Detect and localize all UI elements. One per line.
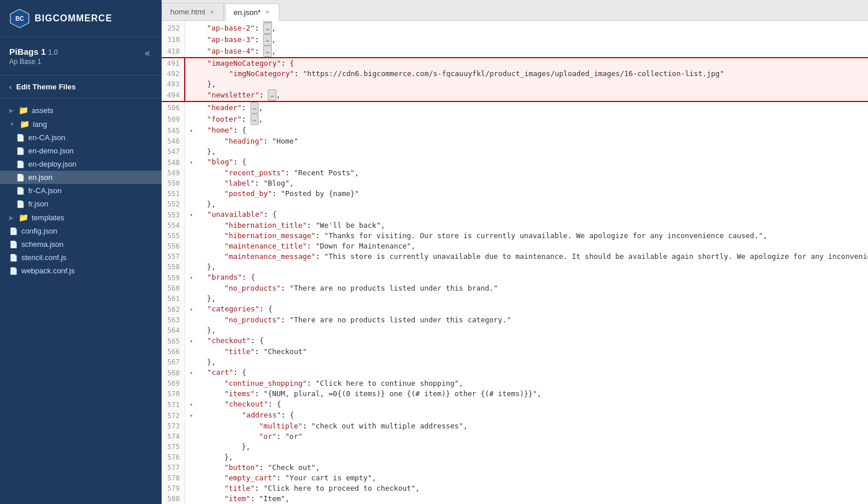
line-content: "items": "{NUM, plural, =0{(0 items)} on… (185, 389, 868, 399)
line-number: 567 (162, 357, 185, 367)
line-row: 554 "hibernation_title": "We'll be back"… (162, 220, 868, 231)
file-tree: ▶ 📁 assets ▼ 📁 lang 📄 en-CA.json 📄 en-de… (0, 99, 162, 504)
line-row: 493 }, (162, 79, 868, 89)
tree-label-schema: schema.json (21, 240, 63, 249)
tree-item-en-ca-json[interactable]: 📄 en-CA.json (0, 131, 162, 144)
tree-item-webpack-conf[interactable]: 📄 webpack.conf.js (0, 264, 162, 277)
line-number: 551 (162, 189, 185, 199)
line-number: 559 (162, 272, 185, 283)
line-row: 506 "header": …, (162, 101, 868, 114)
file-icon-config: 📄 (9, 227, 18, 235)
line-number: 568 (162, 367, 185, 378)
line-number: 574 (162, 431, 185, 442)
project-info: PiBags 1 1.0 Ap Base 1 « (0, 37, 162, 76)
folder-icon-lang: 📁 (20, 119, 29, 129)
line-row: 570 "items": "{NUM, plural, =0{(0 items)… (162, 389, 868, 399)
line-row: 558 }, (162, 262, 868, 272)
line-row: 561 }, (162, 294, 868, 304)
line-row: 494 "newsletter": …, (162, 89, 868, 101)
tree-label-lang: lang (33, 120, 47, 129)
line-row: 310 "ap-base-3": …, (162, 34, 868, 46)
line-content: "ap-base-3": …, (185, 34, 868, 46)
line-number: 571 (162, 399, 185, 410)
bigcommerce-logo-icon: BC (9, 8, 30, 29)
line-content: "maintenance_message": "This store is cu… (185, 251, 868, 262)
tab-en-json-close[interactable]: × (264, 8, 271, 16)
line-content: "imageNoCategory": { (185, 58, 868, 69)
line-content: ▾ "cart": { (185, 367, 868, 378)
tab-home-html-close[interactable]: × (209, 8, 215, 16)
line-number: 564 (162, 325, 185, 336)
project-version: 1.0 (48, 48, 58, 57)
line-number: 563 (162, 315, 185, 325)
line-number: 509 (162, 114, 185, 125)
tree-item-templates[interactable]: ▶ 📁 templates (0, 210, 162, 224)
line-number: 562 (162, 304, 185, 315)
toggle-lang[interactable]: ▼ (9, 121, 15, 127)
line-row: 410 "ap-base-4": …, (162, 46, 868, 58)
tab-home-html[interactable]: home.html × (162, 3, 224, 20)
folder-icon-templates: 📁 (18, 213, 28, 222)
line-content: ▾ "address": { (185, 410, 868, 421)
line-row: 491 "imageNoCategory": { (162, 58, 868, 69)
line-content: }, (185, 146, 868, 157)
tree-label-templates: templates (32, 213, 64, 222)
tree-item-lang[interactable]: ▼ 📁 lang (0, 117, 162, 131)
line-content: ▾ "categories": { (185, 304, 868, 315)
tree-item-en-demo-json[interactable]: 📄 en-demo.json (0, 144, 162, 157)
line-number: 493 (162, 79, 185, 89)
line-content: "footer": …, (185, 114, 868, 125)
line-row: 556 "maintenance_title": "Down for Maint… (162, 241, 868, 251)
tree-item-assets[interactable]: ▶ 📁 assets (0, 103, 162, 117)
line-content: }, (185, 452, 868, 462)
line-row: 548▾ "blog": { (162, 157, 868, 168)
line-content: "no_products": "There are no products li… (185, 283, 868, 294)
tree-item-stencil-conf[interactable]: 📄 stencil.conf.js (0, 251, 162, 264)
line-number: 569 (162, 378, 185, 389)
line-row: 574 "or": "or" (162, 431, 868, 442)
line-content: "hibernation_title": "We'll be back", (185, 220, 868, 231)
tree-item-config-json[interactable]: 📄 config.json (0, 224, 162, 238)
line-content: "label": "Blog", (185, 178, 868, 189)
line-number: 561 (162, 294, 185, 304)
project-name: PiBags 1 (9, 47, 46, 57)
line-content: }, (185, 294, 868, 304)
line-content: "title": "Click here to proceed to check… (185, 483, 868, 494)
line-row: 573 "multiple": "check out with multiple… (162, 421, 868, 431)
tree-item-fr-json[interactable]: 📄 fr.json (0, 197, 162, 210)
line-number: 506 (162, 101, 185, 114)
edit-theme-header[interactable]: ‹ Edit Theme Files (9, 82, 152, 91)
line-number: 578 (162, 473, 185, 483)
line-content: "continue_shopping": "Click here to cont… (185, 378, 868, 389)
line-content: "ap-base-4": …, (185, 46, 868, 58)
line-number: 573 (162, 421, 185, 431)
toggle-assets[interactable]: ▶ (9, 107, 14, 114)
line-number: 566 (162, 347, 185, 357)
collapse-btn[interactable]: « (143, 47, 152, 59)
toggle-templates[interactable]: ▶ (9, 215, 14, 221)
code-editor[interactable]: 12▾ {3 "mega-menu": …,4 "vertical-menu":… (162, 21, 868, 504)
line-row: 551 "posted_by": "Posted by {name}" (162, 189, 868, 199)
tab-en-json[interactable]: en.json* × (225, 3, 279, 21)
tree-item-en-deploy-json[interactable]: 📄 en-deploy.json (0, 157, 162, 171)
line-number: 560 (162, 283, 185, 294)
line-number: 565 (162, 336, 185, 347)
line-row: 577 "button": "Check out", (162, 462, 868, 473)
line-row: 560 "no_products": "There are no product… (162, 283, 868, 294)
line-content: ▾ "unavailable": { (185, 209, 868, 220)
tab-home-html-label: home.html (170, 7, 205, 16)
line-number: 492 (162, 69, 185, 79)
line-content: }, (185, 325, 868, 336)
tree-item-en-json[interactable]: 📄 en.json (0, 171, 162, 184)
line-row: 562▾ "categories": { (162, 304, 868, 315)
tree-label-en-ca: en-CA.json (28, 133, 65, 142)
line-content: "recent_posts": "Recent Posts", (185, 168, 868, 178)
file-icon-en-ca: 📄 (16, 134, 25, 142)
line-number: 557 (162, 251, 185, 262)
line-row: 571▾ "checkout": { (162, 399, 868, 410)
tree-item-schema-json[interactable]: 📄 schema.json (0, 238, 162, 251)
line-number: 580 (162, 494, 185, 504)
logo-area: BC BIGCOMMERCE (0, 0, 162, 37)
edit-theme-section[interactable]: ‹ Edit Theme Files (0, 76, 162, 99)
tree-item-fr-ca-json[interactable]: 📄 fr-CA.json (0, 184, 162, 197)
